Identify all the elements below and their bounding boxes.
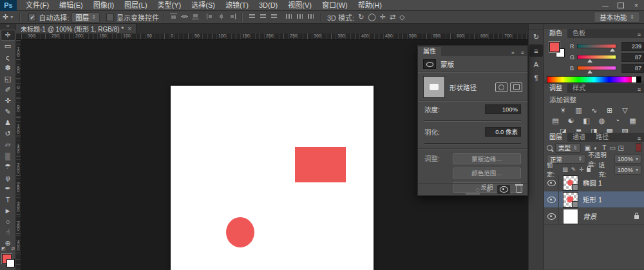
layer-filter-toggle[interactable] [636,143,641,152]
align-right-edges-icon[interactable] [228,13,236,20]
black-white-icon[interactable]: ◧ [581,116,592,125]
menu-file[interactable]: 文件(F) [21,0,54,11]
color-range-button[interactable]: 颜色范围… [453,168,521,178]
density-slider[interactable] [424,119,521,123]
menu-window[interactable]: 窗口(W) [317,0,353,11]
auto-select-target-dropdown[interactable]: 图层 ⇕ [71,12,100,23]
feather-value[interactable]: 0.0 像素 [485,127,521,137]
menu-select[interactable]: 选择(S) [186,0,220,11]
lock-position-icon[interactable]: ✛ [579,166,584,173]
toolbox-collapse-handle[interactable]: ‹‹ [0,24,15,30]
vibrance-icon[interactable]: ▽ [620,106,630,115]
current-tool-chip[interactable]: ✛ ▾ [0,13,15,21]
panel-menu-icon[interactable]: ≡ [634,32,644,38]
scale-3d-icon[interactable]: ◇ [399,13,404,21]
density-value[interactable]: 100% [485,104,521,114]
channel-value[interactable]: 87 [621,53,644,62]
tab-layers[interactable]: 图层 [544,133,567,142]
layer-thumbnail[interactable] [563,209,578,224]
distribute-vcenter-icon[interactable] [259,13,267,20]
align-horizontal-centers-icon[interactable] [217,13,225,20]
slider-thumb[interactable] [610,48,615,52]
filter-smart-objects-icon[interactable]: ◳ [617,144,625,151]
brightness-contrast-icon[interactable]: ☀ [558,106,569,115]
tab-paths[interactable]: 路径 [591,133,614,142]
feather-slider[interactable] [424,141,521,146]
tab-color[interactable]: 颜色 [544,29,567,38]
tab-swatches[interactable]: 色板 [567,29,591,38]
menu-3d[interactable]: 3D(D) [254,0,283,11]
fill-value[interactable]: 100% ▾ [614,165,641,175]
eraser-tool[interactable]: ▱ [1,139,15,150]
lock-image-pixels-icon[interactable]: ✎ [571,166,576,173]
channel-slider[interactable] [577,55,616,59]
align-bottom-edges-icon[interactable] [191,13,200,20]
path-selection-tool[interactable]: ► [1,205,15,216]
apply-mask-icon[interactable]: ⇩ [486,186,491,194]
vertical-ruler[interactable]: 10050050100150200250300350400 [16,40,21,270]
document-tab[interactable]: 未标题-1 @ 100% (矩形 1, RGB/8) * × [16,24,137,34]
brush-tool[interactable]: ✎ [1,106,15,117]
default-colors-icon[interactable]: ◩ [1,246,6,251]
swap-colors-icon[interactable]: ⇄ [11,246,15,251]
slide-3d-icon[interactable]: ⇄ [390,13,395,21]
dodge-tool[interactable]: φ [1,172,15,183]
document-canvas[interactable] [171,86,374,270]
history-panel-icon[interactable]: ↻ [529,31,543,43]
distribute-top-icon[interactable] [248,13,256,20]
layer-visibility-cell[interactable] [544,191,559,207]
channel-value[interactable]: 87 [621,64,644,73]
show-transform-checkbox[interactable] [106,14,114,21]
shape-path-thumbnail[interactable] [423,76,445,98]
distribute-right-icon[interactable] [307,13,315,20]
align-top-edges-icon[interactable] [169,13,178,20]
background-color-swatch[interactable] [6,259,15,267]
collapse-panel-icon[interactable]: » [508,50,518,56]
distribute-bottom-icon[interactable] [270,13,278,20]
quick-selection-tool[interactable]: ✽ [1,63,15,73]
layer-visibility-cell[interactable] [544,208,559,224]
history-brush-tool[interactable]: ↺ [1,128,15,139]
add-vector-mask-icon[interactable] [510,82,522,92]
channel-slider[interactable] [577,66,616,70]
exposure-icon[interactable]: ⊞ [604,106,615,115]
color-spectrum-ramp[interactable] [547,76,641,83]
orbit-3d-icon[interactable]: ↻ [358,13,364,21]
pan-3d-icon[interactable]: ✛ [380,13,386,21]
crop-tool[interactable]: ◱ [1,73,15,84]
workspace-switcher[interactable]: 基本功能 ⇕ [594,12,640,23]
hand-tool[interactable]: ☝ [1,227,15,238]
restore-button[interactable] [613,1,629,10]
menu-edit[interactable]: 编辑(E) [54,0,88,11]
blur-tool[interactable]: ☂ [1,161,15,172]
toggle-mask-visibility-button[interactable] [497,185,510,194]
menu-filter[interactable]: 滤镜(T) [220,0,254,11]
dock-grip[interactable] [529,24,544,30]
eyedropper-tool[interactable]: ✐ [1,84,15,95]
red-rectangle-shape[interactable] [295,147,346,182]
tab-channels[interactable]: 通道 [567,133,591,142]
layer-visibility-cell[interactable] [544,175,559,191]
opacity-value[interactable]: 100% ▾ [614,154,641,164]
menu-layer[interactable]: 图层(L) [119,0,152,11]
layer-row[interactable]: 背景 [544,208,644,225]
panel-menu-icon[interactable]: ≡ [518,50,527,56]
distribute-hcenter-icon[interactable] [296,13,304,20]
pen-tool[interactable]: ✒ [1,183,15,194]
mask-edge-button[interactable]: 蒙版边缘… [453,153,521,164]
distribute-left-icon[interactable] [285,13,293,20]
delete-mask-icon[interactable] [516,186,522,193]
hue-saturation-icon[interactable]: ▤ [550,116,561,125]
levels-icon[interactable]: ▥ [573,106,584,115]
tab-adjustments[interactable]: 调整 [544,84,567,93]
add-pixel-mask-icon[interactable] [495,82,507,92]
menu-type[interactable]: 类型(Y) [153,0,187,11]
ruler-origin-box[interactable] [16,34,21,40]
rectangular-marquee-tool[interactable]: ▭ [1,41,15,52]
channel-slider[interactable] [577,44,616,48]
paragraph-panel-icon[interactable]: ¶ [529,72,543,84]
roll-3d-icon[interactable]: ◯ [368,13,375,21]
red-ellipse-shape[interactable] [226,217,254,247]
menu-image[interactable]: 图像(I) [88,0,119,11]
load-selection-from-mask-icon[interactable]: ◌ [475,186,480,193]
